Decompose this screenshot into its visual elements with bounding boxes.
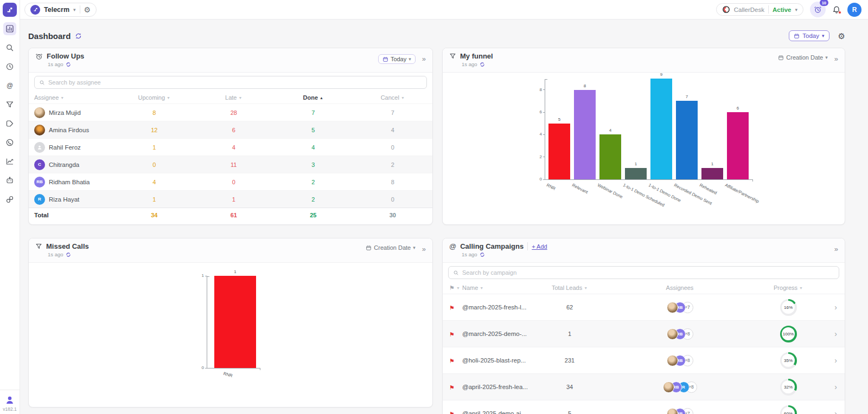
panel-refresh-icon[interactable] bbox=[66, 252, 71, 257]
chevron-down-icon: ▾ bbox=[413, 245, 416, 250]
campaign-row[interactable]: ⚑@holi-2025-blast-rep...231RB+835%› bbox=[443, 347, 845, 373]
followup-row[interactable]: RBRidham Bhatia4028 bbox=[29, 173, 432, 190]
panel-refresh-icon[interactable] bbox=[480, 252, 485, 257]
calendar-icon bbox=[366, 245, 372, 251]
followup-row[interactable]: Amina Firdous12654 bbox=[29, 121, 432, 138]
sidebar-item-integrations[interactable] bbox=[3, 193, 16, 206]
bar-1-to-1 Demo Scheduled[interactable] bbox=[625, 168, 647, 179]
chevron-right-icon[interactable]: › bbox=[813, 329, 838, 338]
sidebar-item-bot[interactable] bbox=[3, 174, 16, 187]
reminders-button[interactable]: 10 bbox=[810, 2, 826, 17]
column-header-assignee[interactable]: Assignee▼ bbox=[29, 92, 114, 104]
campaigns-search bbox=[448, 266, 839, 279]
collapse-panel-icon[interactable]: » bbox=[834, 54, 838, 64]
missedcalls-date-type-button[interactable]: Creation Date ▾ bbox=[366, 244, 415, 251]
bar-Affiliate/Partnership[interactable] bbox=[727, 112, 749, 179]
bar-value-label: 8 bbox=[574, 83, 596, 88]
column-header-assignees[interactable]: Assignees bbox=[596, 282, 764, 294]
followups-date-filter-button[interactable]: Today ▾ bbox=[378, 54, 416, 64]
sidebar-item-mentions[interactable]: @ bbox=[3, 79, 16, 92]
funnel-icon bbox=[35, 243, 42, 250]
campaign-row[interactable]: ⚑@april-2025-demo-ai...5RB+760%› bbox=[443, 400, 845, 414]
collapse-panel-icon[interactable]: » bbox=[422, 244, 426, 254]
bar-value-label: 4 bbox=[599, 128, 621, 133]
bar-RNR[interactable] bbox=[548, 124, 570, 179]
chevron-right-icon[interactable]: › bbox=[813, 383, 838, 391]
support-icon[interactable] bbox=[4, 394, 15, 405]
app-logo[interactable] bbox=[3, 3, 17, 17]
followups-table-header: Assignee▼Upcoming▼Late▼Done▲Cancel▼ bbox=[29, 92, 432, 104]
column-header-cancel[interactable]: Cancel▼ bbox=[353, 92, 433, 104]
assignee-avatars: RB+8 bbox=[596, 355, 764, 366]
campaigns-search-input[interactable] bbox=[462, 269, 834, 276]
panel-refresh-icon[interactable] bbox=[480, 62, 485, 67]
sidebar-item-dashboard[interactable] bbox=[3, 22, 16, 35]
total-label: Total bbox=[29, 212, 114, 218]
chevron-right-icon[interactable]: › bbox=[813, 303, 838, 312]
column-header-total-leads[interactable]: Total Leads▼ bbox=[544, 282, 596, 294]
calling-campaigns-panel: @ Calling Campaigns + Add 1s ago » bbox=[442, 238, 845, 414]
divider bbox=[768, 5, 769, 14]
user-avatar[interactable]: R bbox=[847, 3, 861, 17]
notifications-button[interactable] bbox=[832, 5, 841, 14]
followups-search-input[interactable] bbox=[48, 79, 422, 86]
late-count: 11 bbox=[194, 161, 274, 168]
workspace-settings-gear-icon[interactable]: ⚙ bbox=[84, 6, 91, 14]
column-header-flag[interactable]: ⚑▼ bbox=[449, 282, 462, 294]
sidebar-item-search[interactable] bbox=[3, 41, 16, 54]
flag-icon: ⚑ bbox=[449, 331, 455, 338]
followup-row[interactable]: Rahil Feroz1440 bbox=[29, 138, 432, 156]
campaign-row[interactable]: ⚑@march-2025-demo-...1RB+8100%› bbox=[443, 320, 845, 347]
sidebar-item-analytics[interactable] bbox=[3, 155, 16, 168]
bar-Reheated[interactable] bbox=[701, 168, 723, 179]
sidebar-item-tags[interactable] bbox=[3, 117, 16, 130]
campaign-row[interactable]: ⚑@april-2025-fresh-lea...34RBR+832%› bbox=[443, 373, 845, 400]
panel-refresh-icon[interactable] bbox=[66, 62, 71, 67]
global-date-filter-button[interactable]: Today ▾ bbox=[789, 30, 829, 41]
campaign-row[interactable]: ⚑@march-2025-fresh-l...62RB+716%› bbox=[443, 294, 845, 320]
bar-Recorded Demo Sent[interactable] bbox=[676, 101, 698, 179]
column-header-progress[interactable]: Progress▼ bbox=[764, 282, 813, 294]
column-header-done[interactable]: Done▲ bbox=[273, 92, 353, 104]
sidebar-item-recent[interactable] bbox=[3, 60, 16, 73]
collapse-panel-icon[interactable]: » bbox=[834, 244, 838, 254]
app-version: v182.1 bbox=[3, 406, 17, 412]
x-tick-label: RNR bbox=[546, 183, 557, 191]
funnel-date-type-button[interactable]: Creation Date ▾ bbox=[778, 54, 827, 61]
page-refresh-icon[interactable] bbox=[75, 33, 82, 40]
chevron-right-icon[interactable]: › bbox=[813, 356, 838, 365]
column-header-upcoming[interactable]: Upcoming▼ bbox=[114, 92, 194, 104]
chevron-down-icon: ▾ bbox=[409, 56, 411, 62]
collapse-panel-icon[interactable]: » bbox=[422, 54, 426, 64]
column-header-late[interactable]: Late▼ bbox=[194, 92, 274, 104]
bar-RNR[interactable] bbox=[214, 276, 256, 368]
divider bbox=[80, 5, 80, 14]
cancel-count: 7 bbox=[353, 109, 433, 116]
panel-title: Calling Campaigns bbox=[460, 242, 524, 250]
bar-1-to-1 Demo Done[interactable] bbox=[650, 79, 672, 179]
sidebar-item-funnel[interactable] bbox=[3, 98, 16, 111]
followup-row[interactable]: RRiza Hayat1120 bbox=[29, 190, 432, 208]
callerdesk-status[interactable]: CallerDesk Active ▾ bbox=[716, 3, 803, 16]
flag-icon: ⚑ bbox=[449, 411, 455, 414]
avatar bbox=[667, 328, 678, 340]
done-count: 7 bbox=[273, 109, 353, 116]
workspace-switcher[interactable]: Telecrm ▾ ⚙ bbox=[24, 3, 97, 17]
flag-icon: ⚑ bbox=[449, 305, 455, 311]
followup-row[interactable]: Mirza Mujid82877 bbox=[29, 104, 432, 121]
at-icon: @ bbox=[449, 242, 456, 250]
bar-Relevant[interactable] bbox=[574, 90, 596, 179]
add-campaign-link[interactable]: + Add bbox=[532, 243, 547, 250]
y-tick-label: 0 bbox=[540, 177, 542, 182]
sort-desc-icon: ▼ bbox=[60, 96, 64, 100]
bar-Webinar Done[interactable] bbox=[599, 134, 621, 179]
column-header-name[interactable]: Name▼ bbox=[462, 282, 544, 294]
assignee-name: Mirza Mujid bbox=[49, 109, 81, 116]
dashboard-settings-gear-icon[interactable]: ⚙ bbox=[838, 32, 845, 40]
followup-row[interactable]: CChitrangda01132 bbox=[29, 156, 432, 173]
chevron-right-icon[interactable]: › bbox=[813, 409, 838, 414]
chevron-down-icon: ▾ bbox=[825, 55, 828, 60]
avatar: C bbox=[34, 159, 45, 170]
progress-ring: 16% bbox=[780, 299, 797, 316]
sidebar-item-calls[interactable] bbox=[3, 136, 16, 149]
